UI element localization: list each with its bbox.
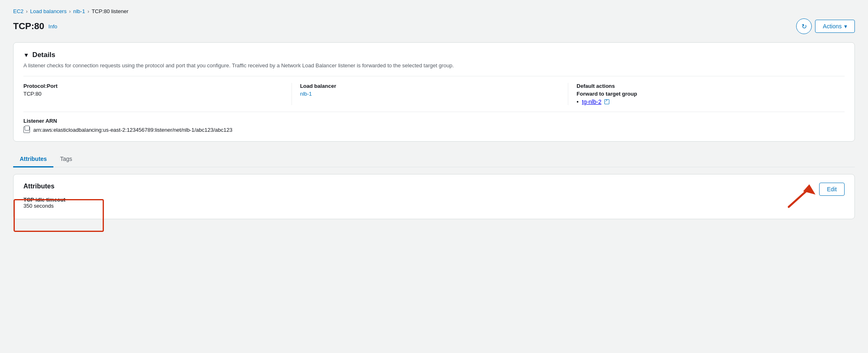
arn-text: arn:aws:elasticloadbalancing:us-east-2:1… — [33, 127, 232, 133]
header-actions: ↻ Actions ▾ — [796, 18, 855, 34]
tcp-idle-timeout-row: TCP idle timeout 350 seconds — [23, 197, 845, 209]
page-header: TCP:80 Info ↻ Actions ▾ — [13, 18, 855, 34]
tabs-bar: Attributes Tags — [13, 151, 855, 167]
actions-button[interactable]: Actions ▾ — [815, 20, 855, 33]
default-actions-col: Default actions Forward to target group … — [576, 83, 845, 105]
page-title-group: TCP:80 Info — [13, 21, 57, 32]
actions-label: Actions — [823, 23, 842, 30]
arn-label: Listener ARN — [23, 118, 845, 124]
details-header: ▼ Details — [23, 51, 845, 59]
load-balancer-col: Load balancer nlb-1 — [300, 83, 569, 105]
tcp-idle-timeout-label: TCP idle timeout — [23, 197, 845, 203]
forward-label: Forward to target group — [576, 91, 836, 97]
attributes-card-title: Attributes — [23, 183, 845, 190]
load-balancer-value: nlb-1 — [300, 91, 560, 97]
default-actions-label: Default actions — [576, 83, 836, 89]
external-link-icon — [604, 99, 609, 104]
breadcrumb-sep-1: › — [26, 9, 28, 14]
tcp-idle-timeout-value: 350 seconds — [23, 203, 845, 209]
breadcrumb: EC2 › Load balancers › nlb-1 › TCP:80 li… — [13, 8, 855, 14]
breadcrumb-nlb1[interactable]: nlb-1 — [73, 8, 85, 14]
protocol-port-value: TCP:80 — [23, 91, 283, 97]
edit-button[interactable]: Edit — [819, 183, 845, 196]
details-card: ▼ Details A listener checks for connecti… — [13, 42, 855, 142]
arn-row: Listener ARN arn:aws:elasticloadbalancin… — [23, 112, 845, 133]
refresh-icon: ↻ — [801, 23, 807, 30]
page-title: TCP:80 — [13, 21, 44, 32]
collapse-icon: ▼ — [23, 52, 29, 58]
attributes-card: Attributes Edit TCP idle timeout 350 sec… — [13, 174, 855, 219]
breadcrumb-current: TCP:80 listener — [92, 8, 129, 14]
info-link[interactable]: Info — [48, 23, 57, 30]
target-link: • tg-nlb-2 — [576, 99, 836, 105]
refresh-button[interactable]: ↻ — [796, 18, 812, 34]
chevron-down-icon: ▾ — [844, 23, 847, 30]
breadcrumb-sep-2: › — [69, 9, 71, 14]
tab-attributes[interactable]: Attributes — [13, 151, 53, 167]
load-balancer-link[interactable]: nlb-1 — [300, 91, 312, 97]
protocol-port-col: Protocol:Port TCP:80 — [23, 83, 292, 105]
tab-tags[interactable]: Tags — [53, 151, 79, 167]
breadcrumb-load-balancers[interactable]: Load balancers — [30, 8, 67, 14]
details-title: Details — [32, 51, 55, 59]
load-balancer-label: Load balancer — [300, 83, 560, 89]
breadcrumb-sep-3: › — [87, 9, 89, 14]
copy-icon[interactable] — [23, 126, 30, 133]
protocol-port-label: Protocol:Port — [23, 83, 283, 89]
target-group-link[interactable]: tg-nlb-2 — [582, 99, 601, 105]
details-grid: Protocol:Port TCP:80 Load balancer nlb-1… — [23, 76, 845, 105]
details-description: A listener checks for connection request… — [23, 62, 845, 69]
breadcrumb-ec2[interactable]: EC2 — [13, 8, 23, 14]
bullet-icon: • — [576, 99, 579, 105]
arn-value: arn:aws:elasticloadbalancing:us-east-2:1… — [23, 126, 845, 133]
